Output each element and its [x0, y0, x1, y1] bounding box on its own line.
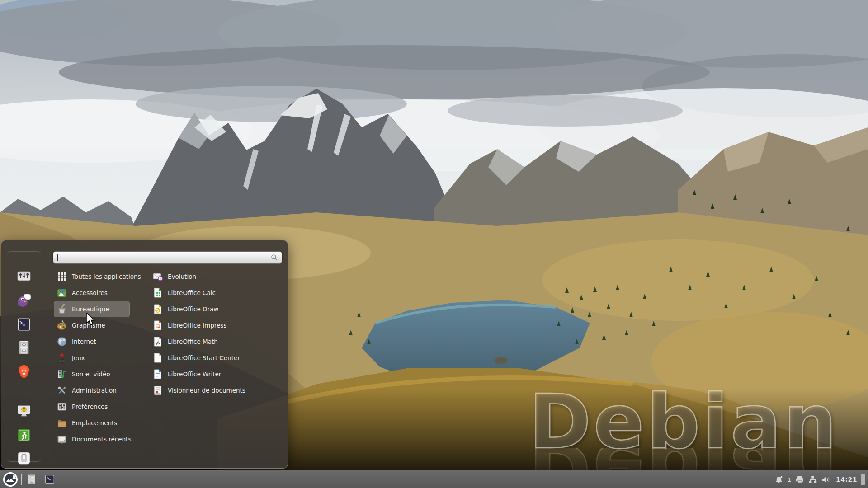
- app-label: LibreOffice Math: [168, 338, 218, 345]
- application-menu: Toutes les applications Accessoires: [1, 240, 288, 469]
- category-list: Toutes les applications Accessoires: [54, 268, 130, 447]
- sound-video-icon: [57, 369, 67, 380]
- recent-documents-icon: [57, 434, 67, 445]
- app-libreoffice-math[interactable]: LibreOffice Math: [150, 333, 285, 350]
- app-label: LibreOffice Calc: [168, 289, 216, 296]
- category-jeux[interactable]: Jeux: [54, 350, 130, 366]
- category-label: Préférences: [72, 403, 108, 410]
- file-manager-launcher-icon[interactable]: [26, 474, 38, 485]
- search-input[interactable]: [58, 253, 268, 263]
- desktop: Debian Debian: [0, 0, 868, 488]
- app-libreoffice-impress[interactable]: LibreOffice Impress: [150, 317, 285, 333]
- document-viewer-icon: [152, 385, 163, 396]
- category-accessoires[interactable]: Accessoires: [54, 285, 130, 301]
- mouse-cursor: [86, 313, 98, 326]
- libreoffice-math-icon: [152, 336, 163, 347]
- search-box[interactable]: [53, 251, 282, 264]
- system-settings-icon[interactable]: [16, 268, 32, 284]
- category-preferences[interactable]: Préférences: [54, 399, 130, 415]
- preferences-icon: [57, 401, 67, 412]
- logout-icon[interactable]: [16, 427, 32, 443]
- category-label: Bureautique: [72, 305, 109, 313]
- terminal-launcher-icon[interactable]: [44, 474, 56, 485]
- brave-icon[interactable]: [16, 363, 32, 380]
- shutdown-icon[interactable]: [16, 450, 32, 466]
- office-icon: [57, 304, 67, 314]
- system-tray: 1 14:21: [775, 470, 857, 488]
- all-applications-icon: [57, 271, 67, 282]
- category-emplacements[interactable]: Emplacements: [54, 415, 130, 431]
- clock[interactable]: 14:21: [836, 476, 857, 483]
- search-icon: [271, 254, 278, 261]
- menu-button[interactable]: [3, 472, 18, 487]
- category-label: Jeux: [72, 354, 85, 361]
- pidgin-icon[interactable]: [16, 292, 32, 309]
- app-label: LibreOffice Start Center: [168, 354, 240, 361]
- lock-screen-icon[interactable]: [16, 403, 32, 419]
- app-libreoffice-start-center[interactable]: LibreOffice Start Center: [150, 350, 285, 366]
- category-label: Administration: [72, 387, 117, 394]
- libreoffice-start-center-icon: [152, 352, 163, 363]
- graphics-icon: [57, 320, 67, 331]
- evolution-icon: [152, 271, 163, 282]
- taskbar-panel: 1 14:21: [0, 470, 868, 488]
- category-label: Toutes les applications: [72, 273, 141, 280]
- libreoffice-writer-icon: [152, 369, 163, 380]
- app-label: LibreOffice Draw: [168, 305, 218, 313]
- category-label: Emplacements: [72, 419, 117, 427]
- category-label: Internet: [72, 338, 96, 345]
- panel-separator: [21, 474, 22, 485]
- app-label: Visionneur de documents: [168, 387, 245, 394]
- app-visionneur-de-documents[interactable]: Visionneur de documents: [150, 382, 285, 399]
- category-administration[interactable]: Administration: [54, 382, 130, 399]
- category-son-et-video[interactable]: Son et vidéo: [54, 366, 130, 382]
- app-libreoffice-calc[interactable]: LibreOffice Calc: [150, 285, 285, 301]
- network-icon[interactable]: [808, 475, 817, 484]
- category-documents-recents[interactable]: Documents récents: [54, 431, 130, 447]
- category-label: Son et vidéo: [72, 371, 110, 378]
- category-label: Accessoires: [72, 289, 108, 296]
- app-label: LibreOffice Impress: [168, 322, 226, 329]
- show-desktop-handle[interactable]: [861, 474, 865, 485]
- terminal-icon[interactable]: [16, 316, 32, 333]
- app-libreoffice-writer[interactable]: LibreOffice Writer: [150, 366, 285, 382]
- text-caret: [57, 254, 58, 261]
- category-internet[interactable]: Internet: [54, 333, 130, 350]
- administration-icon: [57, 385, 67, 396]
- internet-icon: [57, 336, 67, 347]
- accessories-icon: [57, 287, 67, 298]
- printer-icon[interactable]: [795, 475, 804, 484]
- libreoffice-draw-icon: [152, 304, 163, 314]
- notification-count[interactable]: 1: [788, 476, 791, 483]
- libreoffice-calc-icon: [152, 287, 163, 298]
- app-libreoffice-draw[interactable]: LibreOffice Draw: [150, 301, 285, 317]
- app-label: Evolution: [168, 273, 196, 280]
- favorites-column: [7, 251, 41, 462]
- application-list: Evolution LibreOffice Calc Libre: [150, 268, 285, 399]
- libreoffice-impress-icon: [152, 320, 163, 331]
- file-manager-icon[interactable]: [16, 339, 32, 356]
- app-label: LibreOffice Writer: [168, 371, 221, 378]
- category-all-applications[interactable]: Toutes les applications: [54, 268, 130, 285]
- app-evolution[interactable]: Evolution: [150, 268, 285, 285]
- notifications-icon[interactable]: [775, 475, 783, 484]
- category-label: Documents récents: [72, 436, 131, 443]
- volume-icon[interactable]: [821, 475, 831, 484]
- games-icon: [57, 352, 67, 363]
- places-icon: [57, 418, 67, 428]
